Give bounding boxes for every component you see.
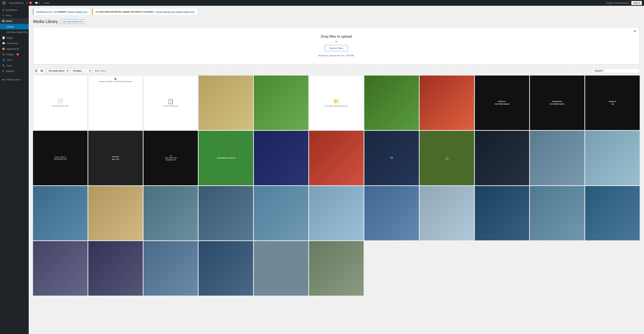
media-item[interactable]	[254, 131, 308, 185]
settings-icon: ⚙	[2, 70, 4, 72]
media-item[interactable]: HORIZONTALFEATURED IMAGE	[530, 76, 584, 130]
media-item[interactable]: VERTICALFEATURED IMAGE	[475, 76, 529, 130]
media-item[interactable]: 📄 minimal-us-letter-1.pdf	[33, 76, 88, 130]
sidebar-item-pages[interactable]: 📄 Pages	[0, 35, 29, 40]
upload-drop-text: Drop files to upload	[37, 34, 636, 38]
collapse-icon: ◀	[2, 78, 4, 81]
sidebar-item-tools[interactable]: 🔧 Tools	[0, 63, 29, 68]
media-item[interactable]	[198, 186, 253, 240]
posts-icon: ✎	[2, 14, 4, 17]
updates-item[interactable]: ↻ 5	[26, 2, 32, 4]
media-item[interactable]	[33, 186, 88, 240]
media-item[interactable]: Payment-Confirmation---WordCamp-Sylhet-2…	[88, 76, 143, 130]
media-item[interactable]: 📁 2014-slider-mobile-behavior.mov	[309, 76, 364, 130]
media-item[interactable]	[309, 186, 364, 240]
sidebar-item-plugins[interactable]: 🔌 Plugins 3	[0, 52, 29, 57]
svg-rect-3	[35, 70, 37, 71]
media-item[interactable]: IMAGE IS×00	[585, 76, 640, 130]
media-item[interactable]	[254, 76, 308, 130]
media-item[interactable]	[420, 186, 474, 240]
svg-rect-2	[35, 70, 37, 70]
search-input[interactable]	[604, 68, 640, 73]
site-name: ThemeReview	[8, 2, 24, 4]
media-item[interactable]	[144, 241, 198, 296]
admin-bar: W ThemeReview ↻ 5 💬 0 + New Howdy, Theme…	[0, 0, 644, 6]
media-item[interactable]	[585, 131, 640, 185]
view-toggle	[33, 68, 45, 73]
media-item[interactable]	[198, 241, 253, 296]
media-item[interactable]	[475, 186, 529, 240]
media-item[interactable]	[585, 186, 640, 240]
new-content-item[interactable]: + New	[43, 2, 50, 4]
dashboard-icon: ⊞	[2, 8, 4, 11]
media-item[interactable]	[364, 76, 419, 130]
media-item[interactable]	[88, 186, 143, 240]
site-name-item[interactable]: ThemeReview	[8, 2, 24, 4]
media-item[interactable]	[309, 131, 364, 185]
sidebar-label-comments: Comments	[6, 42, 18, 45]
media-grid: 📄 minimal-us-letter-1.pdf Payment-Confir…	[33, 76, 640, 296]
sidebar-item-posts[interactable]: ✎ Posts	[0, 13, 29, 18]
list-view-icon	[34, 69, 38, 72]
howdy-text[interactable]: Howdy, ThemeReview	[606, 2, 629, 4]
notice-update-link1[interactable]: WordPress 6.5.2	[36, 10, 54, 13]
list-view-button[interactable]	[33, 68, 39, 73]
add-new-media-button[interactable]: Add New Media File	[60, 19, 85, 24]
svg-rect-7	[41, 71, 42, 72]
sidebar-item-media[interactable]: 🖼 Media	[0, 18, 29, 24]
media-item[interactable]: TUALLY 1200 PXVIDE IMAGES ALW	[33, 131, 88, 185]
media-item[interactable]: △	[420, 131, 474, 185]
sidebar-item-settings[interactable]: ⚙ Settings	[0, 68, 29, 74]
sidebar-collapse-menu[interactable]: ◀ Collapse menu	[0, 77, 29, 82]
select-files-button[interactable]: Select Files	[325, 45, 348, 51]
media-item[interactable]	[144, 186, 198, 240]
sidebar-item-comments[interactable]: 💬 Comments	[0, 40, 29, 46]
media-item[interactable]: 📋 minimal-us-letter.pdf	[144, 76, 198, 130]
media-item[interactable]: 🌃	[364, 131, 419, 185]
notice-update-text2: is available!	[54, 10, 66, 13]
sidebar-item-users[interactable]: 👤 Users	[0, 57, 29, 63]
media-item[interactable]: I'M JUST150 × 150	[88, 131, 143, 185]
notice-update-link2[interactable]: Please update now.	[67, 10, 88, 13]
media-item[interactable]	[364, 186, 419, 240]
filter-date-select[interactable]: All dates January 2024	[70, 68, 92, 73]
comments-icon: 💬	[35, 2, 38, 4]
media-item[interactable]	[475, 131, 529, 185]
sidebar-item-appearance[interactable]: 🎨 Appearance	[0, 46, 29, 52]
media-item[interactable]	[309, 241, 364, 296]
media-item[interactable]	[254, 186, 308, 240]
notice-failed-link[interactable]: please attempt the update again now.	[156, 10, 195, 13]
filter-media-select[interactable]: All media items Images Audio Video Docum…	[46, 68, 69, 73]
media-item[interactable]: I AM WORTH LOVING ✤	[198, 131, 253, 185]
media-item[interactable]	[420, 76, 474, 130]
comments-item[interactable]: 💬 0	[35, 2, 40, 4]
sidebar-label-add-new-media: Add New Media File	[6, 31, 27, 34]
adminbar-left: W ThemeReview ↻ 5 💬 0 + New	[2, 1, 50, 5]
grid-view-button[interactable]	[39, 68, 45, 73]
media-item[interactable]	[530, 186, 584, 240]
sidebar-item-add-new-media[interactable]: Add New Media File	[0, 30, 29, 35]
media-item[interactable]	[88, 241, 143, 296]
media-item[interactable]: YO!JUST A 300 X 200HANGING OUT	[144, 131, 198, 185]
bulk-select-button[interactable]: Bulk select	[93, 68, 108, 73]
media-item[interactable]	[254, 241, 308, 296]
sidebar-item-library[interactable]: Library	[0, 24, 29, 30]
sidebar-label-media: Media	[6, 20, 12, 22]
upload-close-button[interactable]: ✕	[634, 30, 636, 33]
sidebar-item-dashboard[interactable]: ⊞ Dashboard	[0, 7, 29, 13]
wp-logo-item[interactable]: W	[2, 1, 6, 5]
collapse-label: Collapse menu	[6, 78, 21, 81]
sidebar-label-users: Users	[6, 59, 12, 61]
svg-rect-4	[35, 71, 37, 72]
media-submenu: Library Add New Media File	[0, 24, 29, 35]
help-button[interactable]: Help ▾	[631, 1, 642, 5]
sidebar-label-pages: Pages	[6, 36, 13, 39]
pages-icon: 📄	[2, 36, 5, 39]
page-title-row: Media Library Add New Media File	[33, 19, 640, 24]
doc-icon: 📄	[57, 98, 63, 104]
media-item[interactable]	[33, 241, 88, 296]
media-item[interactable]	[530, 131, 584, 185]
search-label: Search	[595, 70, 602, 72]
media-item[interactable]	[198, 76, 253, 130]
svg-rect-5	[41, 70, 42, 70]
